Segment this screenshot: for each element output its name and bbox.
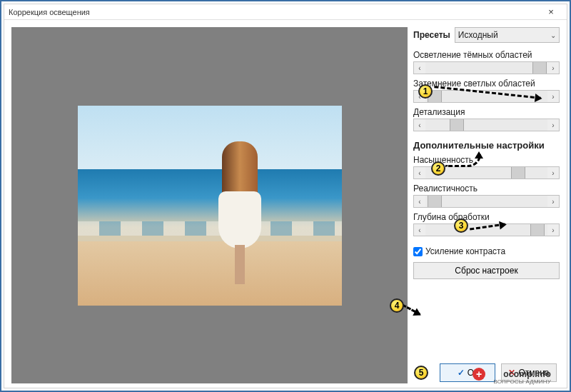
slider-right-arrow-icon[interactable]: › [547,121,559,129]
slider-left-arrow-icon[interactable]: ‹ [414,226,425,234]
slider-right-arrow-icon[interactable]: › [547,93,559,101]
slider-thumb [530,224,545,236]
watermark-line1: ocomp.info [493,370,551,379]
presets-label: Пресеты [413,30,450,40]
presets-row: Пресеты Исходный ⌄ [413,27,560,43]
contrast-boost-checkbox-row[interactable]: Усиление контраста [413,246,560,256]
screenshot-frame: Коррекция освещения × [0,0,571,392]
slider-realism-input[interactable]: ‹ › [413,195,560,208]
slider-detail-input[interactable]: ‹ › [413,119,560,131]
slider-left-arrow-icon[interactable]: ‹ [414,198,425,206]
ok-button[interactable]: ✓ Ок [440,363,495,382]
preview-beach [78,241,342,306]
watermark-line2: ВОПРОСЫ АДМИНУ [493,379,551,385]
callout-4: 4 [390,298,404,313]
slider-thumb [532,62,547,74]
slider-right-arrow-icon[interactable]: › [547,226,559,234]
callout-3: 3 [454,218,468,233]
watermark: ocomp.info ВОПРОСЫ АДМИНУ [493,370,551,385]
slider-thumb [428,196,442,207]
slider-thumb [511,167,525,179]
slider-realism: Реалистичность ‹ › [413,184,560,208]
slider-lighten[interactable]: ‹ › [413,61,560,74]
slider-left-arrow-icon[interactable]: ‹ [414,121,425,129]
preview-sky [78,106,342,170]
presets-selected-value: Исходный [458,30,498,40]
slider-lighten-dark-areas: Осветление тёмных областей ‹ › [413,50,560,74]
callout-5: 5 [414,366,428,380]
check-icon: ✓ [458,368,465,378]
window-title: Коррекция освещения [9,8,90,16]
titlebar: Коррекция освещения × [4,4,567,20]
contrast-boost-checkbox[interactable] [413,247,423,256]
dialog-window: Коррекция освещения × [4,4,567,388]
callout-2: 2 [431,161,445,176]
image-preview-area [11,27,408,383]
callout-1: 1 [418,84,433,99]
slider-right-arrow-icon[interactable]: › [547,169,559,177]
slider-detail: Детализация ‹ › [413,107,560,131]
additional-settings-heading: Дополнительные настройки [413,140,560,151]
reset-settings-button[interactable]: Сброс настроек [413,262,560,279]
contrast-boost-label: Усиление контраста [425,246,505,256]
window-close-button[interactable]: × [537,5,565,19]
watermark-plus-icon: + [473,368,485,381]
preview-image [78,106,342,306]
dialog-body: Пресеты Исходный ⌄ Осветление тёмных обл… [4,20,567,388]
chevron-down-icon: ⌄ [550,31,556,39]
slider-thumb [450,119,464,131]
controls-panel: Пресеты Исходный ⌄ Осветление тёмных обл… [413,27,560,383]
slider-right-arrow-icon[interactable]: › [547,198,559,206]
presets-select[interactable]: Исходный ⌄ [455,27,560,43]
slider-left-arrow-icon[interactable]: ‹ [414,169,425,177]
slider-right-arrow-icon[interactable]: › [547,64,559,72]
preview-waves [78,221,342,236]
slider-left-arrow-icon[interactable]: ‹ [414,64,425,72]
slider-processing-depth: Глубина обработки ‹ › [413,212,560,236]
preview-person [215,141,265,284]
